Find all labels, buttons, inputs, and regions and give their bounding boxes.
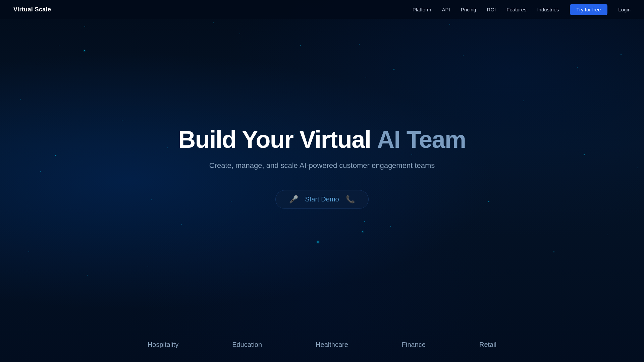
- nav-link-industries[interactable]: Industries: [537, 7, 559, 12]
- login-link[interactable]: Login: [618, 7, 631, 12]
- industry-healthcare[interactable]: Healthcare: [316, 341, 348, 349]
- industry-finance[interactable]: Finance: [402, 341, 426, 349]
- industries-bar: Hospitality Education Healthcare Finance…: [0, 341, 644, 349]
- nav-links: Platform API Pricing ROI Features Indust…: [413, 4, 631, 15]
- hero-title: Build Your Virtual AI Team: [178, 126, 466, 153]
- nav-link-api[interactable]: API: [442, 7, 450, 12]
- nav-link-pricing[interactable]: Pricing: [461, 7, 476, 12]
- microphone-icon: 🎤: [289, 195, 298, 204]
- demo-button[interactable]: 🎤 Start Demo 📞: [275, 190, 368, 209]
- navbar: Virtual Scale Platform API Pricing ROI F…: [0, 0, 644, 19]
- nav-link-features[interactable]: Features: [506, 7, 526, 12]
- phone-icon: 📞: [346, 195, 355, 204]
- industry-hospitality[interactable]: Hospitality: [148, 341, 178, 349]
- hero-title-part1: Build Your Virtual: [178, 126, 377, 153]
- nav-link-roi[interactable]: ROI: [487, 7, 496, 12]
- nav-logo[interactable]: Virtual Scale: [13, 6, 51, 13]
- demo-label: Start Demo: [305, 195, 339, 203]
- industry-education[interactable]: Education: [232, 341, 262, 349]
- try-for-free-button[interactable]: Try for free: [570, 4, 608, 15]
- hero-subtitle: Create, manage, and scale AI-powered cus…: [209, 161, 435, 170]
- nav-link-platform[interactable]: Platform: [413, 7, 431, 12]
- hero-section: Build Your Virtual AI Team Create, manag…: [0, 0, 644, 362]
- industry-retail[interactable]: Retail: [479, 341, 496, 349]
- hero-title-highlight: AI Team: [377, 126, 466, 153]
